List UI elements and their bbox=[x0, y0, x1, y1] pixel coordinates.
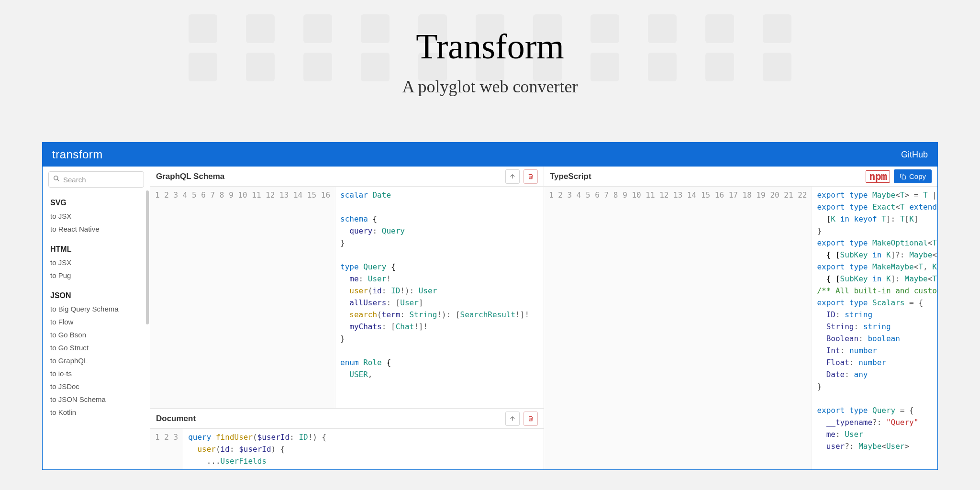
pane-title: TypeScript bbox=[550, 172, 591, 181]
github-link[interactable]: GitHub bbox=[901, 150, 928, 160]
search-icon bbox=[53, 175, 60, 184]
editor-typescript[interactable]: 1 2 3 4 5 6 7 8 9 10 11 12 13 14 15 16 1… bbox=[544, 187, 937, 469]
sidebar-item[interactable]: to Go Bson bbox=[48, 328, 144, 341]
sidebar-group-title: HTML bbox=[48, 243, 144, 256]
copy-button-label: Copy bbox=[909, 172, 926, 180]
app-frame: transform GitHub SVGto JSXto React Nativ… bbox=[42, 142, 938, 470]
pane-header-typescript: TypeScript npm Copy bbox=[544, 167, 937, 187]
search-input[interactable] bbox=[48, 171, 144, 188]
sidebar-item[interactable]: to Pug bbox=[48, 269, 144, 282]
sidebar-group-title: SVG bbox=[48, 196, 144, 210]
sidebar-item[interactable]: to JSX bbox=[48, 210, 144, 223]
sidebar-item[interactable]: to JSX bbox=[48, 256, 144, 269]
hero-title: Transform bbox=[0, 26, 980, 67]
sidebar: SVGto JSXto React NativeHTMLto JSXto Pug… bbox=[43, 167, 150, 469]
sidebar-group-title: JSON bbox=[48, 289, 144, 302]
npm-badge[interactable]: npm bbox=[866, 170, 890, 183]
pane-header-graphql-schema: GraphQL Schema bbox=[150, 167, 544, 187]
sidebar-item[interactable]: to Go Struct bbox=[48, 341, 144, 354]
pane-header-document: Document bbox=[150, 409, 544, 429]
svg-rect-2 bbox=[902, 176, 905, 179]
sidebar-item[interactable]: to Big Query Schema bbox=[48, 302, 144, 315]
pane-title: GraphQL Schema bbox=[156, 172, 224, 181]
svg-line-1 bbox=[57, 179, 59, 181]
sidebar-item[interactable]: to JSON Schema bbox=[48, 393, 144, 406]
sidebar-item[interactable]: to io-ts bbox=[48, 367, 144, 380]
sidebar-item[interactable]: to React Native bbox=[48, 223, 144, 235]
hero-subtitle: A polyglot web converter bbox=[0, 77, 980, 97]
upload-button[interactable] bbox=[505, 412, 520, 426]
sidebar-item[interactable]: to Kotlin bbox=[48, 406, 144, 419]
delete-button[interactable] bbox=[523, 169, 538, 184]
pane-title: Document bbox=[156, 414, 196, 423]
sidebar-item[interactable]: to Flow bbox=[48, 315, 144, 328]
svg-point-0 bbox=[54, 176, 58, 180]
sidebar-scrollbar[interactable] bbox=[146, 190, 149, 324]
sidebar-item[interactable]: to JSDoc bbox=[48, 380, 144, 393]
copy-button[interactable]: Copy bbox=[894, 169, 932, 183]
brand-logo[interactable]: transform bbox=[52, 148, 103, 161]
sidebar-item[interactable]: to GraphQL bbox=[48, 354, 144, 367]
topbar: transform GitHub bbox=[43, 143, 937, 167]
editor-document[interactable]: 1 2 3 query findUser($userId: ID!) { use… bbox=[150, 429, 544, 469]
upload-button[interactable] bbox=[505, 169, 520, 184]
hero: Transform A polyglot web converter bbox=[0, 0, 980, 116]
editor-graphql-schema[interactable]: 1 2 3 4 5 6 7 8 9 10 11 12 13 14 15 16 s… bbox=[150, 187, 544, 408]
delete-button[interactable] bbox=[523, 412, 538, 426]
